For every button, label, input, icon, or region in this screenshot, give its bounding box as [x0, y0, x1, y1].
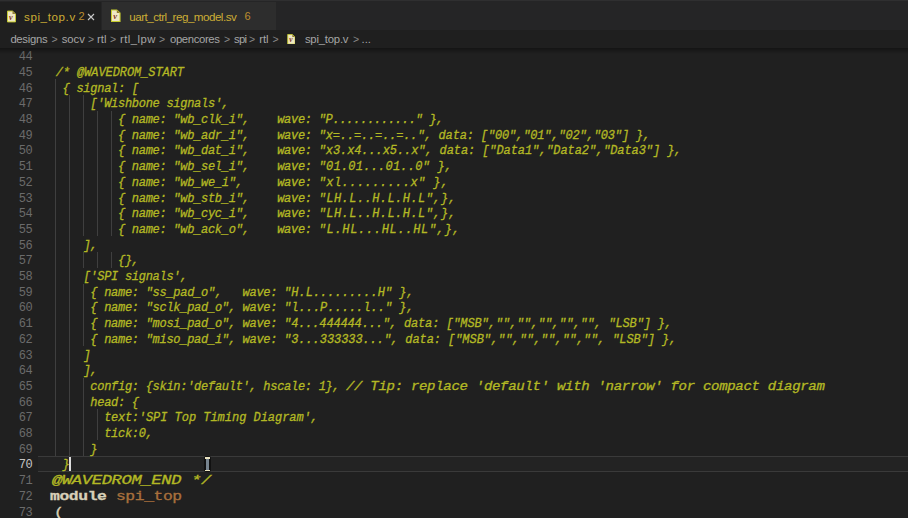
- svg-text:v: v: [9, 13, 13, 22]
- svg-text:v: v: [113, 11, 117, 21]
